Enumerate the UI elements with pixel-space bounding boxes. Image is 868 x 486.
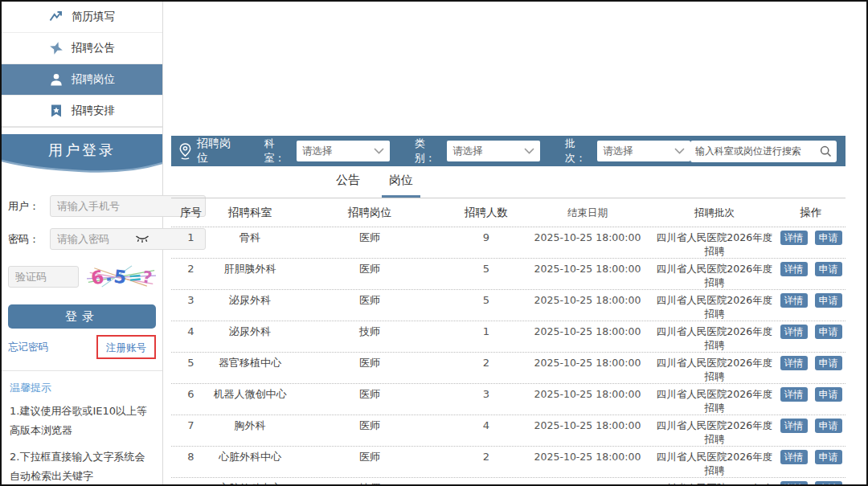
- apply-button[interactable]: 申请: [815, 293, 842, 308]
- sidebar-item-schedule[interactable]: 招聘安排: [2, 96, 162, 127]
- sidebar-item-label: 招聘安排: [72, 104, 115, 118]
- detail-button[interactable]: 详情: [780, 387, 808, 402]
- sidebar-item-announcement[interactable]: 招聘公告: [2, 33, 162, 64]
- cell-dept: 心脏外科中心: [211, 450, 289, 464]
- detail-button[interactable]: 详情: [780, 481, 808, 484]
- cell-dept: 心脏外科中心: [211, 481, 289, 484]
- column-header-actions: 操作: [776, 206, 845, 220]
- apply-button[interactable]: 申请: [815, 481, 842, 484]
- cell-actions: 详情 申请: [776, 356, 845, 370]
- captcha-image[interactable]: 6 5 = ?: [87, 263, 156, 290]
- login-form: 用户： 密码：: [2, 176, 162, 359]
- search-box: [690, 141, 837, 162]
- cell-actions: 详情 申请: [776, 325, 845, 339]
- password-row: 密码：: [8, 228, 156, 250]
- table-row: 2 肝胆胰外科 医师 5 2025-10-25 18:00:00 四川省人民医院…: [171, 259, 845, 290]
- column-header-dept: 招聘科室: [211, 206, 289, 220]
- chevron-down-icon: [524, 148, 534, 154]
- column-header-count: 招聘人数: [450, 206, 522, 220]
- cell-batch: 四川省人民医院2026年度招聘: [653, 387, 776, 415]
- detail-button[interactable]: 详情: [780, 262, 808, 276]
- app-window: 简历填写 招聘公告 招聘岗位 招聘安排: [0, 0, 868, 486]
- password-label: 密码：: [8, 232, 50, 247]
- department-select[interactable]: 请选择: [297, 141, 390, 161]
- cell-dept: 骨科: [211, 231, 289, 244]
- batch-select[interactable]: 请选择: [597, 141, 690, 161]
- detail-button[interactable]: 详情: [780, 293, 808, 308]
- filter-batch: 批次： 请选择: [565, 137, 690, 165]
- cell-no: 6: [171, 387, 211, 401]
- filter-bar: 招聘岗位 科室： 请选择 类别： 请选择 批次： 请选择: [171, 136, 845, 166]
- detail-button[interactable]: 详情: [780, 419, 808, 433]
- cell-count: 1: [450, 325, 522, 338]
- category-select-value: 请选择: [452, 145, 483, 158]
- filter-department: 科室： 请选择: [264, 137, 390, 165]
- tip-item: 2.下拉框直接输入文字系统会自动检索出关键字: [10, 447, 154, 486]
- tab-posts[interactable]: 岗位: [382, 173, 420, 198]
- cell-no: 3: [171, 293, 211, 307]
- apply-button[interactable]: 申请: [815, 387, 842, 402]
- table-row: 7 胸外科 医师 4 2025-10-25 18:00:00 四川省人民医院20…: [171, 415, 845, 447]
- cell-actions: 详情 申请: [776, 481, 845, 484]
- tab-notice[interactable]: 公告: [329, 173, 367, 195]
- cell-end-date: 2025-10-25 18:00:00: [522, 293, 653, 307]
- apply-button[interactable]: 申请: [815, 450, 842, 464]
- cell-no: 8: [171, 450, 211, 464]
- detail-button[interactable]: 详情: [780, 450, 808, 464]
- cell-count: 5: [450, 293, 522, 307]
- main-content: 招聘岗位 科室： 请选择 类别： 请选择 批次： 请选择: [171, 2, 845, 484]
- cell-count: 1: [450, 481, 522, 484]
- tip-item: 1.建议使用谷歌或IE10以上等高版本浏览器: [10, 402, 154, 440]
- cell-count: 3: [450, 387, 522, 401]
- cell-post: 技师: [289, 325, 450, 338]
- sidebar-menu: 简历填写 招聘公告 招聘岗位 招聘安排: [2, 2, 162, 128]
- captcha-row: 6 5 = ?: [8, 263, 156, 290]
- sidebar-item-positions[interactable]: 招聘岗位: [2, 64, 162, 96]
- filter-bar-title: 招聘岗位: [197, 137, 240, 165]
- resume-icon: [49, 10, 63, 24]
- cell-post: 医师: [289, 231, 450, 244]
- cell-post: 医师: [289, 419, 450, 432]
- cell-dept: 胸外科: [211, 419, 289, 432]
- table-row: 4 泌尿外科 技师 1 2025-10-25 18:00:00 四川省人民医院2…: [171, 321, 845, 353]
- category-select[interactable]: 请选择: [447, 141, 540, 161]
- cell-end-date: 2025-10-25 18:00:00: [522, 481, 653, 484]
- cell-no: 9: [171, 481, 211, 484]
- login-banner: 用户登录: [2, 134, 162, 176]
- apply-button[interactable]: 申请: [815, 419, 842, 433]
- table-row: 5 器官移植中心 医师 2 2025-10-25 18:00:00 四川省人民医…: [171, 353, 845, 384]
- apply-button[interactable]: 申请: [815, 356, 842, 370]
- table-row: 8 心脏外科中心 医师 2 2025-10-25 18:00:00 四川省人民医…: [171, 447, 845, 478]
- sidebar: 简历填写 招聘公告 招聘岗位 招聘安排: [2, 2, 163, 484]
- tips-panel: 温馨提示 1.建议使用谷歌或IE10以上等高版本浏览器 2.下拉框直接输入文字系…: [2, 370, 162, 486]
- login-button[interactable]: 登录: [8, 304, 156, 329]
- captcha-input[interactable]: [8, 266, 79, 288]
- location-pin-icon: [178, 142, 192, 160]
- cell-no: 7: [171, 419, 211, 432]
- cell-dept: 泌尿外科: [211, 293, 289, 307]
- sidebar-item-resume[interactable]: 简历填写: [2, 2, 162, 33]
- detail-button[interactable]: 详情: [780, 325, 808, 339]
- apply-button[interactable]: 申请: [815, 231, 842, 245]
- filter-department-label: 科室：: [264, 137, 293, 165]
- cell-actions: 详情 申请: [776, 231, 845, 245]
- cell-count: 5: [450, 262, 522, 276]
- cell-no: 2: [171, 262, 211, 276]
- cell-batch: 四川省人民医院2026年度招聘: [653, 356, 776, 383]
- search-input[interactable]: [695, 145, 820, 157]
- svg-text:5: 5: [113, 266, 128, 288]
- register-link[interactable]: 注册账号: [106, 341, 146, 353]
- detail-button[interactable]: 详情: [780, 231, 808, 245]
- table-row: 9 心脏外科中心 技师 1 2025-10-25 18:00:00 四川省人民医…: [171, 478, 845, 484]
- search-icon[interactable]: [820, 145, 832, 157]
- cell-end-date: 2025-10-25 18:00:00: [522, 325, 653, 338]
- cell-post: 医师: [289, 387, 450, 401]
- detail-button[interactable]: 详情: [780, 356, 808, 370]
- forgot-password-link[interactable]: 忘记密码: [8, 341, 48, 354]
- cell-batch: 四川省人民医院2026年度招聘: [653, 293, 776, 321]
- column-header-no: 序号: [171, 206, 211, 220]
- batch-select-value: 请选择: [603, 145, 633, 158]
- password-visibility-icon[interactable]: [135, 233, 149, 244]
- apply-button[interactable]: 申请: [815, 262, 842, 276]
- apply-button[interactable]: 申请: [815, 325, 842, 339]
